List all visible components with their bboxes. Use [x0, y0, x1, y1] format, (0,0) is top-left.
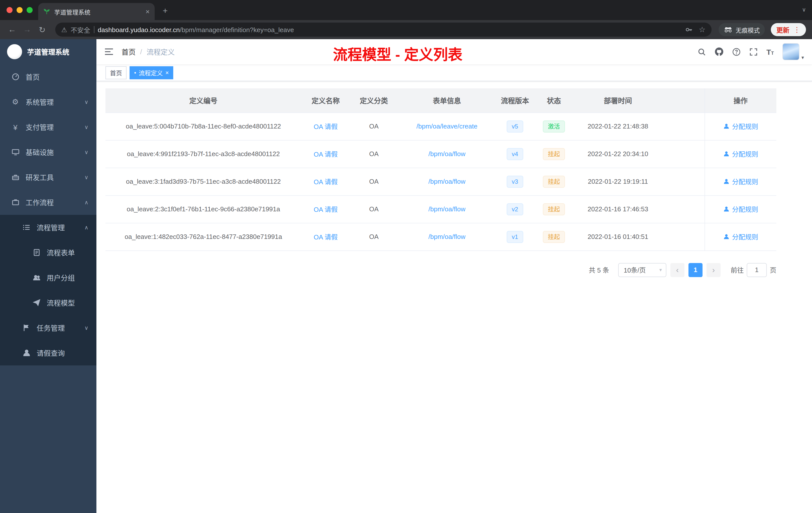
next-page-button[interactable]: ›: [706, 263, 721, 277]
minimize-window-button[interactable]: [17, 7, 23, 13]
active-dot-icon: ●: [134, 71, 136, 74]
definition-name-link[interactable]: OA 请假: [314, 123, 338, 130]
definition-name-link[interactable]: OA 请假: [314, 233, 338, 241]
sidebar-item-workflow[interactable]: 工作流程 ∧: [0, 190, 96, 215]
help-icon[interactable]: [732, 48, 741, 56]
key-icon[interactable]: [685, 26, 693, 34]
form-link[interactable]: /bpm/oa/flow: [428, 150, 465, 158]
font-size-icon[interactable]: TT: [766, 48, 774, 56]
goto-page-input[interactable]: [747, 263, 767, 277]
form-link[interactable]: /bpm/oa/flow: [428, 205, 465, 213]
update-chip[interactable]: 更新 ⋮: [771, 23, 806, 36]
github-icon[interactable]: [715, 47, 724, 56]
sidebar-item-label: 流程管理: [37, 222, 65, 233]
sidebar-item-task-management[interactable]: 任务管理 ∨: [0, 315, 96, 340]
form-link[interactable]: /bpm/oa/flow: [428, 233, 465, 240]
sidebar-item-process-form[interactable]: 流程表单: [0, 240, 96, 265]
form-link[interactable]: /bpm/oa/flow: [428, 178, 465, 185]
sidebar-item-process-model[interactable]: 流程模型: [0, 290, 96, 315]
security-label[interactable]: 不安全: [70, 25, 90, 34]
back-icon[interactable]: ←: [6, 25, 18, 34]
assign-rule-link[interactable]: 分配规则: [723, 121, 758, 131]
people-icon: [32, 274, 41, 281]
new-tab-button[interactable]: +: [160, 6, 171, 16]
table-row: oa_leave:3:1fad3d93-7b75-11ec-a3c8-acde4…: [106, 168, 776, 195]
assign-rule-link[interactable]: 分配规则: [723, 149, 758, 159]
version-badge: v2: [507, 203, 523, 215]
status-badge: 挂起: [543, 231, 565, 243]
table-row: oa_leave:4:991f2193-7b7f-11ec-a3c8-acde4…: [106, 140, 776, 168]
sidebar-item-home[interactable]: 首页: [0, 64, 96, 89]
chevron-down-icon: ∨: [84, 149, 88, 155]
warning-icon: ⚠: [61, 26, 67, 33]
sidebar-item-label: 流程模型: [47, 298, 75, 308]
avatar[interactable]: [782, 43, 800, 60]
user-menu[interactable]: ▾: [782, 43, 804, 60]
assign-rule-link[interactable]: 分配规则: [723, 204, 758, 214]
version-badge: v4: [507, 148, 523, 160]
assign-rule-link[interactable]: 分配规则: [723, 232, 758, 241]
column-header-process-version: 流程版本: [496, 88, 534, 113]
table-row: oa_leave:1:482ec033-762a-11ec-8477-a2380…: [106, 223, 776, 250]
user-icon: [723, 206, 729, 212]
sidebar-item-devtools[interactable]: 研发工具 ∨: [0, 164, 96, 190]
page-size-select[interactable]: 10条/页 ▾: [618, 263, 666, 277]
pagination: 共 5 条 10条/页 ▾ ‹ 1 › 前往 页: [106, 263, 776, 277]
filler-cell: [662, 113, 704, 140]
tag-close-icon[interactable]: ×: [166, 69, 169, 76]
url-path: /bpm/manager/definition?key=oa_leave: [180, 26, 294, 33]
tab-overflow-button[interactable]: ∨: [802, 6, 806, 13]
reload-icon[interactable]: ↻: [36, 25, 48, 34]
user-icon: [723, 178, 729, 185]
close-window-button[interactable]: [6, 7, 12, 13]
form-link[interactable]: /bpm/oa/leave/create: [416, 122, 477, 130]
tab-close-icon[interactable]: ×: [146, 7, 150, 16]
logo-title: 芋道管理系统: [27, 47, 69, 57]
list-icon: [22, 223, 31, 232]
definition-id: oa_leave:3:1fad3d93-7b75-11ec-a3c8-acde4…: [106, 168, 301, 195]
document-icon: [32, 248, 41, 256]
browser-menu-icon[interactable]: ⋮: [793, 26, 801, 34]
definition-category: OA: [350, 168, 398, 195]
definition-name-link[interactable]: OA 请假: [314, 178, 338, 186]
assign-rule-link[interactable]: 分配规则: [723, 177, 758, 186]
sidebar-item-leave-query[interactable]: 请假查询: [0, 340, 96, 365]
search-icon[interactable]: [698, 48, 706, 56]
tag-process-definition[interactable]: ● 流程定义 ×: [129, 66, 174, 79]
tag-home[interactable]: 首页: [106, 66, 126, 79]
table-row: oa_leave:5:004b710b-7b8a-11ec-8ef0-acde4…: [106, 113, 776, 140]
update-label[interactable]: 更新: [776, 25, 789, 34]
column-header-filler: [662, 88, 704, 113]
sidebar-item-system[interactable]: ⚙ 系统管理 ∨: [0, 89, 96, 115]
definition-id: oa_leave:1:482ec033-762a-11ec-8477-a2380…: [106, 223, 301, 250]
address-bar[interactable]: ⚠ 不安全 dashboard.yudao.iocoder.cn/bpm/man…: [55, 23, 712, 37]
version-badge: v5: [507, 120, 523, 132]
browser-toolbar: ← → ↻ ⚠ 不安全 dashboard.yudao.iocoder.cn/b…: [0, 20, 812, 39]
breadcrumb-home[interactable]: 首页: [121, 47, 136, 57]
goto-unit-label: 页: [770, 265, 776, 275]
forward-icon[interactable]: →: [21, 25, 33, 34]
page-number-button[interactable]: 1: [689, 263, 702, 277]
fullscreen-icon[interactable]: [750, 48, 758, 56]
definition-name-link[interactable]: OA 请假: [314, 151, 338, 158]
zoom-window-button[interactable]: [27, 7, 33, 13]
definition-name-link[interactable]: OA 请假: [314, 206, 338, 213]
browser-tab[interactable]: 芋道管理系统 ×: [38, 3, 155, 20]
app-root: 芋道管理系统 首页 ⚙ 系统管理 ∨ ¥ 支付管理 ∨: [0, 39, 812, 513]
favicon-icon: [43, 8, 50, 15]
deploy-time: 2022-01-22 20:34:10: [574, 140, 662, 168]
sidebar-item-payment[interactable]: ¥ 支付管理 ∨: [0, 115, 96, 140]
gear-icon: ⚙: [11, 97, 20, 107]
sidebar-logo[interactable]: 芋道管理系统: [0, 39, 96, 64]
hamburger-icon[interactable]: [105, 48, 114, 56]
prev-page-button[interactable]: ‹: [670, 263, 685, 277]
browser-window: 芋道管理系统 × + ∨ ← → ↻ ⚠ 不安全 dashboard.yudao…: [0, 0, 812, 513]
logo-avatar: [7, 44, 22, 59]
bookmark-star-icon[interactable]: ☆: [699, 25, 705, 34]
chevron-down-icon: ∨: [84, 124, 88, 130]
sidebar: 芋道管理系统 首页 ⚙ 系统管理 ∨ ¥ 支付管理 ∨: [0, 39, 96, 513]
sidebar-item-process-management[interactable]: 流程管理 ∧: [0, 215, 96, 240]
sidebar-item-user-group[interactable]: 用户分组: [0, 265, 96, 290]
person-icon: [22, 349, 31, 357]
sidebar-item-infrastructure[interactable]: 基础设施 ∨: [0, 140, 96, 164]
